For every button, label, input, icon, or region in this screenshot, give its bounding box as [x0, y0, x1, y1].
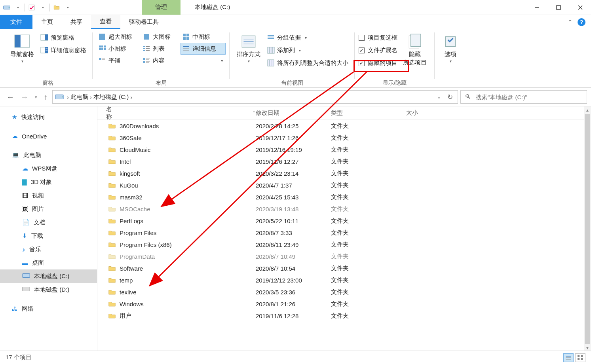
tree-documents[interactable]: 📄文档	[0, 216, 97, 229]
table-row[interactable]: PerfLogs2020/5/22 10:11文件夹	[97, 215, 591, 227]
contextual-tab-manage[interactable]: 管理	[142, 0, 181, 15]
help-icon[interactable]: ?	[578, 18, 585, 26]
close-button[interactable]	[569, 0, 591, 15]
tree-wps[interactable]: ☁WPS网盘	[0, 162, 97, 175]
properties-icon[interactable]	[27, 3, 36, 12]
search-icon: 🔍︎	[465, 93, 471, 100]
layout-more-icon[interactable]: ▾	[221, 58, 223, 63]
details-view-toggle[interactable]	[563, 353, 574, 362]
tree-this-pc[interactable]: 💻此电脑	[0, 148, 97, 162]
tree-3d-objects[interactable]: ▇3D 对象	[0, 175, 97, 189]
table-row[interactable]: CloudMusic2019/12/16 19:19文件夹	[97, 144, 591, 155]
minimize-button[interactable]	[526, 0, 547, 15]
tree-desktop[interactable]: ▬桌面	[0, 256, 97, 269]
tree-music[interactable]: ♪音乐	[0, 243, 97, 256]
file-date: 2019/12/17 1:26	[256, 135, 331, 141]
navigation-tree[interactable]: ★快速访问 ☁OneDrive 💻此电脑 ☁WPS网盘 ▇3D 对象 🎞视频 🖼…	[0, 106, 97, 351]
file-date: 2020/8/7 10:54	[256, 265, 331, 272]
tree-network[interactable]: 🖧网络	[0, 302, 97, 315]
address-dropdown-icon[interactable]: ⌄	[437, 94, 441, 100]
search-box[interactable]: 🔍︎	[460, 90, 587, 104]
tree-drive-d[interactable]: 本地磁盘 (D:)	[0, 283, 97, 296]
svg-rect-23	[104, 46, 106, 47]
table-row[interactable]: MSOCache2020/3/19 13:48文件夹	[97, 203, 591, 215]
scroll-thumb[interactable]	[585, 114, 590, 344]
table-row[interactable]: KuGou2020/4/7 1:37文件夹	[97, 179, 591, 191]
scroll-up-icon[interactable]: ▲	[584, 106, 591, 114]
address-bar[interactable]: › 此电脑 › 本地磁盘 (C:) › ⌄ ↻	[52, 90, 458, 104]
tab-share[interactable]: 共享	[62, 15, 91, 29]
sort-by-button[interactable]: 排序方式 ▾	[234, 31, 264, 63]
vertical-scrollbar[interactable]: ▲ ▼	[584, 106, 591, 351]
tree-videos[interactable]: 🎞视频	[0, 189, 97, 202]
details-pane-button[interactable]: 详细信息窗格	[39, 44, 89, 56]
tiles-button[interactable]: 平铺	[97, 55, 141, 66]
forward-button[interactable]: →	[21, 93, 29, 102]
table-row[interactable]: Software2020/8/7 10:54文件夹	[97, 262, 591, 274]
back-button[interactable]: ←	[6, 93, 14, 102]
col-type[interactable]: 类型	[331, 106, 406, 119]
collapse-ribbon-icon[interactable]: ⌃	[568, 19, 573, 26]
tree-downloads[interactable]: ⬇下载	[0, 229, 97, 243]
options-button[interactable]: 选项 ▾	[439, 31, 462, 63]
content-button[interactable]: 内容	[141, 55, 181, 66]
group-by-button[interactable]: 分组依据▾	[265, 32, 351, 44]
table-row[interactable]: Program Files2020/8/7 3:33文件夹	[97, 227, 591, 239]
large-icons-view-toggle[interactable]	[575, 353, 585, 362]
column-headers[interactable]: 名称⌃ 修改日期 类型 大小	[97, 106, 591, 120]
table-row[interactable]: Windows2020/8/1 21:26文件夹	[97, 298, 591, 310]
table-row[interactable]: masm322020/4/25 15:43文件夹	[97, 191, 591, 203]
svg-rect-26	[104, 48, 106, 50]
tab-file[interactable]: 文件	[0, 15, 32, 29]
up-button[interactable]: ↑	[44, 93, 48, 102]
col-size[interactable]: 大小	[406, 106, 591, 119]
table-row[interactable]: temp2019/12/12 23:00文件夹	[97, 274, 591, 286]
col-name[interactable]: 名称	[106, 106, 118, 121]
col-date[interactable]: 修改日期	[256, 106, 331, 119]
table-row[interactable]: ProgramData2020/8/7 10:49文件夹	[97, 250, 591, 262]
large-icons-button[interactable]: 大图标	[141, 31, 181, 43]
folder-icon[interactable]	[52, 3, 61, 12]
tree-pictures[interactable]: 🖼图片	[0, 202, 97, 216]
hidden-items-toggle[interactable]: 隐藏的项目	[359, 57, 397, 69]
table-row[interactable]: Program Files (x86)2020/8/11 23:49文件夹	[97, 239, 591, 250]
drive-icon	[22, 286, 30, 293]
maximize-button[interactable]	[547, 0, 569, 15]
tab-drive-tools[interactable]: 驱动器工具	[120, 15, 167, 29]
size-all-columns-button[interactable]: 将所有列调整为合适的大小	[265, 57, 351, 69]
navigation-pane-button[interactable]: 导航窗格 ▾	[7, 31, 37, 63]
breadcrumb-pc[interactable]: 此电脑	[70, 93, 88, 101]
table-row[interactable]: 用户2019/11/6 12:28文件夹	[97, 310, 591, 322]
svg-rect-20	[186, 37, 189, 40]
details-view-button[interactable]: 详细信息	[181, 43, 226, 55]
tab-view[interactable]: 查看	[91, 15, 120, 29]
table-row[interactable]: Intel2019/11/6 12:27文件夹	[97, 155, 591, 167]
tree-quick-access[interactable]: ★快速访问	[0, 110, 97, 124]
breadcrumb[interactable]: › 此电脑 › 本地磁盘 (C:) ›	[67, 93, 434, 101]
tree-drive-c[interactable]: 本地磁盘 (C:)	[0, 269, 97, 283]
table-row[interactable]: 360Downloads2020/2/28 14:25文件夹	[97, 120, 591, 132]
medium-icons-button[interactable]: 中图标	[181, 31, 220, 43]
refresh-icon[interactable]: ↻	[447, 93, 453, 101]
search-input[interactable]	[475, 93, 583, 101]
table-row[interactable]: 360Safe2019/12/17 1:26文件夹	[97, 132, 591, 144]
tab-home[interactable]: 主页	[32, 15, 62, 29]
extra-large-icons-button[interactable]: 超大图标	[97, 31, 141, 43]
item-checkboxes-toggle[interactable]: 项目复选框	[359, 32, 397, 44]
recent-locations-icon[interactable]: ▾	[35, 95, 37, 100]
hide-selected-button[interactable]: 隐藏 所选项目	[399, 31, 431, 66]
file-date: 2020/2/28 14:25	[256, 123, 331, 129]
list-button[interactable]: 列表	[141, 43, 181, 55]
tree-onedrive[interactable]: ☁OneDrive	[0, 129, 97, 143]
qat-dropdown-icon[interactable]: ▾	[13, 3, 22, 12]
file-extensions-toggle[interactable]: 文件扩展名	[359, 44, 397, 56]
file-list[interactable]: 名称⌃ 修改日期 类型 大小 360Downloads2020/2/28 14:…	[97, 106, 591, 351]
table-row[interactable]: kingsoft2020/3/22 23:14文件夹	[97, 167, 591, 179]
breadcrumb-drive[interactable]: 本地磁盘 (C:)	[93, 93, 129, 101]
small-icons-button[interactable]: 小图标	[97, 43, 141, 55]
add-columns-button[interactable]: 添加列▾	[265, 44, 351, 56]
table-row[interactable]: texlive2020/3/5 23:36文件夹	[97, 286, 591, 298]
qat-dropdown-icon[interactable]: ▾	[63, 3, 72, 12]
preview-pane-button[interactable]: 预览窗格	[39, 32, 89, 44]
qat-dropdown-icon[interactable]: ▾	[38, 3, 47, 12]
